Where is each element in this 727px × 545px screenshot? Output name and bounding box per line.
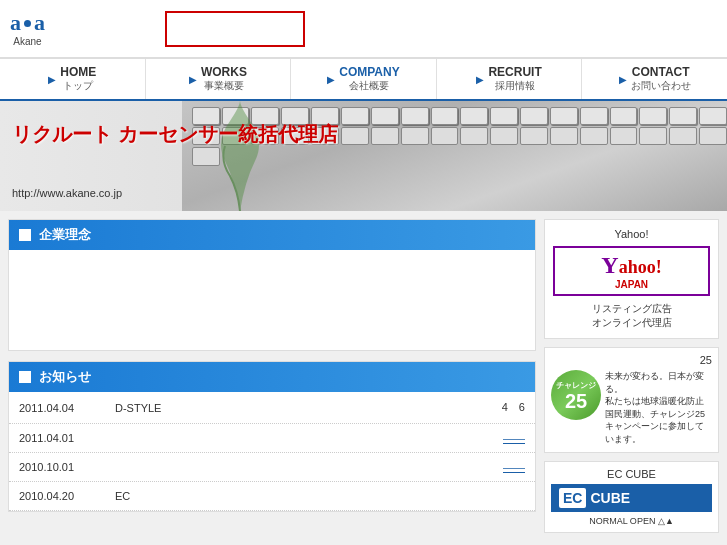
logo-letter-a1: a bbox=[10, 10, 21, 36]
news-title: お知らせ bbox=[39, 368, 91, 386]
key bbox=[580, 107, 608, 125]
nav-content-home: HOME トップ bbox=[60, 65, 96, 93]
key bbox=[341, 127, 369, 145]
news-icon bbox=[19, 371, 31, 383]
key bbox=[639, 107, 667, 125]
key bbox=[669, 127, 697, 145]
key bbox=[699, 127, 727, 145]
key bbox=[401, 107, 429, 125]
yahoo-ahoo: ahoo! bbox=[619, 257, 662, 277]
key bbox=[490, 107, 518, 125]
eccube-sub: NORMAL OPEN △▲ bbox=[551, 516, 712, 526]
yahoo-logo: Yahoo! JAPAN bbox=[553, 246, 710, 296]
news-row-3: 2010.10.01 —— bbox=[9, 453, 535, 482]
key bbox=[669, 107, 697, 125]
search-box-area bbox=[165, 11, 305, 47]
news-link-3[interactable]: —— bbox=[503, 461, 525, 473]
news-numbers-1: 4 6 bbox=[502, 400, 525, 415]
key bbox=[639, 127, 667, 145]
key bbox=[371, 127, 399, 145]
news-row-2: 2011.04.01 —— bbox=[9, 424, 535, 453]
key bbox=[371, 107, 399, 125]
nav-sub-contact: お問い合わせ bbox=[631, 79, 691, 93]
news-link-2[interactable]: —— bbox=[503, 432, 525, 444]
news-row-4: 2010.04.20 EC bbox=[9, 482, 535, 511]
philosophy-icon bbox=[19, 229, 31, 241]
yahoo-letter-y: Y bbox=[601, 252, 618, 278]
key bbox=[580, 127, 608, 145]
eccube-logo: EC CUBE bbox=[551, 484, 712, 512]
logo-letter-a2: a bbox=[34, 10, 45, 36]
philosophy-title: 企業理念 bbox=[39, 226, 91, 244]
yahoo-online: オンライン代理店 bbox=[553, 316, 710, 330]
key bbox=[341, 107, 369, 125]
nav-item-home[interactable]: ▶ HOME トップ bbox=[0, 59, 146, 99]
header: a a Akane bbox=[0, 0, 727, 58]
nav-arrow-works: ▶ bbox=[189, 74, 197, 85]
nav-item-recruit[interactable]: ▶ RECRUIT 採用情報 bbox=[437, 59, 583, 99]
key bbox=[431, 127, 459, 145]
hero-title: リクルート カーセンサー統括代理店 bbox=[12, 121, 338, 148]
philosophy-section: 企業理念 bbox=[8, 219, 536, 351]
key bbox=[490, 127, 518, 145]
nav-main-home: HOME bbox=[60, 65, 96, 79]
nav-sub-home: トップ bbox=[60, 79, 96, 93]
eccube-block: EC CUBE EC CUBE NORMAL OPEN △▲ bbox=[544, 461, 719, 533]
nav-sub-company: 会社概要 bbox=[339, 79, 399, 93]
news-header: お知らせ bbox=[9, 362, 535, 392]
main-nav: ▶ HOME トップ ▶ WORKS 事業概要 ▶ COMPANY 会社概要 ▶… bbox=[0, 58, 727, 101]
right-column: Yahoo! Yahoo! JAPAN リスティング広告 オンライン代理店 25… bbox=[544, 219, 719, 533]
nav-arrow-contact: ▶ bbox=[619, 74, 627, 85]
key bbox=[401, 127, 429, 145]
logo-area: a a Akane bbox=[10, 10, 45, 47]
challenge-label: チャレンジ bbox=[556, 380, 596, 391]
key bbox=[610, 107, 638, 125]
challenge-text2: 私たちは地球温暖化防止国民運動、チャレンジ25キャンペーンに参加しています。 bbox=[605, 395, 712, 445]
nav-arrow-recruit: ▶ bbox=[476, 74, 484, 85]
challenge-badge: チャレンジ 25 bbox=[551, 370, 601, 420]
nav-item-contact[interactable]: ▶ CONTACT お問い合わせ bbox=[582, 59, 727, 99]
philosophy-header: 企業理念 bbox=[9, 220, 535, 250]
key bbox=[520, 127, 548, 145]
key bbox=[610, 127, 638, 145]
challenge-text1: 未来が変わる。日本が変る。 bbox=[605, 370, 712, 395]
yahoo-japan: JAPAN bbox=[563, 279, 700, 290]
hero-url: http://www.akane.co.jp bbox=[12, 187, 122, 199]
challenge-badge-num: 25 bbox=[565, 391, 587, 411]
yahoo-block: Yahoo! Yahoo! JAPAN リスティング広告 オンライン代理店 bbox=[544, 219, 719, 339]
challenge-text: 未来が変わる。日本が変る。 私たちは地球温暖化防止国民運動、チャレンジ25キャン… bbox=[605, 370, 712, 446]
nav-item-works[interactable]: ▶ WORKS 事業概要 bbox=[146, 59, 292, 99]
nav-content-recruit: RECRUIT 採用情報 bbox=[488, 65, 541, 93]
nav-main-contact: CONTACT bbox=[631, 65, 691, 79]
nav-sub-works: 事業概要 bbox=[201, 79, 247, 93]
news-date-3: 2010.10.01 bbox=[19, 461, 99, 473]
nav-main-company: COMPANY bbox=[339, 65, 399, 79]
eccube-ec-text: EC bbox=[559, 488, 586, 508]
logo-dot bbox=[24, 20, 31, 27]
hero-plant bbox=[210, 101, 270, 211]
search-box[interactable] bbox=[165, 11, 305, 47]
challenge-content: チャレンジ 25 未来が変わる。日本が変る。 私たちは地球温暖化防止国民運動、チ… bbox=[551, 370, 712, 446]
nav-content-works: WORKS 事業概要 bbox=[201, 65, 247, 93]
left-column: 企業理念 お知らせ 2011.04.04 D-STYLE 4 6 2011.04… bbox=[8, 219, 536, 533]
challenge-circle: チャレンジ 25 bbox=[551, 370, 601, 420]
hero-banner: リクルート カーセンサー統括代理店 http://www.akane.co.jp bbox=[0, 101, 727, 211]
key bbox=[550, 127, 578, 145]
nav-main-works: WORKS bbox=[201, 65, 247, 79]
nav-sub-recruit: 採用情報 bbox=[488, 79, 541, 93]
news-row-1: 2011.04.04 D-STYLE 4 6 bbox=[9, 392, 535, 424]
challenge-block: 25 チャレンジ 25 未来が変わる。日本が変る。 私たちは地球温暖化防止国民運… bbox=[544, 347, 719, 453]
key bbox=[460, 107, 488, 125]
logo-name: Akane bbox=[13, 36, 41, 47]
philosophy-body bbox=[9, 250, 535, 350]
main-layout: 企業理念 お知らせ 2011.04.04 D-STYLE 4 6 2011.04… bbox=[0, 211, 727, 541]
key bbox=[699, 107, 727, 125]
news-content-4: EC bbox=[115, 490, 525, 502]
yahoo-listing: リスティング広告 bbox=[553, 302, 710, 316]
eccube-cube-text: CUBE bbox=[590, 490, 630, 506]
news-content-1: D-STYLE bbox=[115, 402, 486, 414]
key bbox=[520, 107, 548, 125]
nav-item-company[interactable]: ▶ COMPANY 会社概要 bbox=[291, 59, 437, 99]
key bbox=[550, 107, 578, 125]
key bbox=[460, 127, 488, 145]
